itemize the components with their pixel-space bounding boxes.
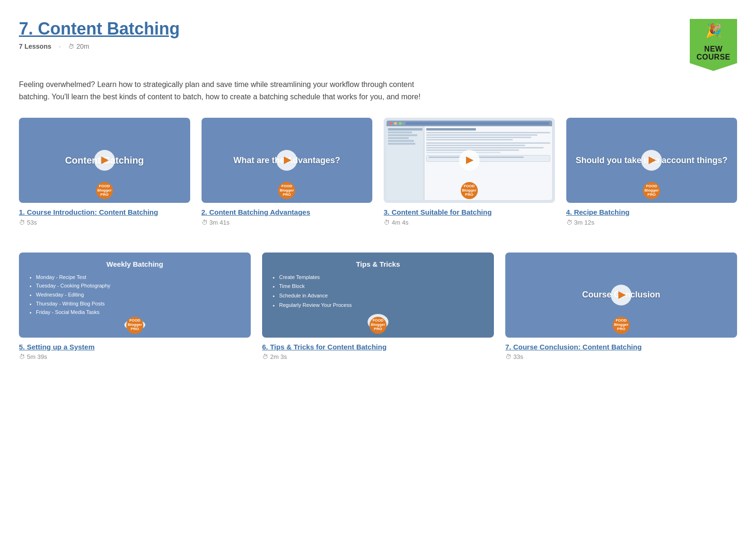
lesson-card-1: Content Batching FOODBloggerPRO 1. Cours… <box>19 118 190 226</box>
clock-icon-3: ⏱ <box>384 219 390 226</box>
lessons-count: 7 Lessons <box>19 43 51 50</box>
play-button-2[interactable] <box>276 150 297 171</box>
list-item: Thursday - Writing Blog Posts <box>36 299 110 308</box>
lesson-duration-7: ⏱ 33s <box>505 353 737 360</box>
play-button-7[interactable] <box>611 285 632 305</box>
lesson-title-7[interactable]: 7. Course Conclusion: Content Batching <box>505 342 737 352</box>
lesson-thumbnail-6[interactable]: Tips & Tricks Create Templates Time Bloc… <box>262 253 494 338</box>
course-duration: ⏱ 20m <box>68 43 89 50</box>
lesson-title-2[interactable]: 2. Content Batching Advantages <box>202 208 373 217</box>
tips-list: Create Templates Time Block Schedule in … <box>272 273 352 310</box>
play-button-1[interactable] <box>94 150 115 171</box>
lesson-card-3: FOODBloggerPRO 3. Content Suitable for B… <box>384 118 555 226</box>
lesson-card-4: Should you take into account things? FOO… <box>566 118 738 226</box>
course-meta: 7 Lessons · ⏱ 20m <box>19 43 180 50</box>
lesson-thumbnail-4[interactable]: Should you take into account things? FOO… <box>566 118 738 203</box>
lesson-thumbnail-3[interactable]: FOODBloggerPRO <box>384 118 555 203</box>
play-button-3[interactable] <box>459 150 480 171</box>
lesson-card-2: What are the Advantages? FOODBloggerPRO … <box>202 118 373 226</box>
lesson-title-3[interactable]: 3. Content Suitable for Batching <box>384 208 555 217</box>
lesson-title-6[interactable]: 6. Tips & Tricks for Content Batching <box>262 342 494 352</box>
lessons-row-1: Content Batching FOODBloggerPRO 1. Cours… <box>19 118 737 226</box>
tips-title: Tips & Tricks <box>272 260 484 268</box>
clock-icon-4: ⏱ <box>566 219 572 226</box>
clock-icon: ⏱ <box>68 43 74 50</box>
lesson-duration-2: ⏱ 3m 41s <box>202 219 373 226</box>
lessons-row-2: Weekly Batching Monday - Recipe Test Tue… <box>19 253 737 361</box>
lesson-thumbnail-5[interactable]: Weekly Batching Monday - Recipe Test Tue… <box>19 253 251 338</box>
list-item: Regularly Review Your Process <box>279 301 352 310</box>
fbp-badge-6: FOODBloggerPRO <box>369 317 387 334</box>
course-title[interactable]: 7. Content Batching <box>19 19 180 39</box>
fbp-badge-7: FOODBloggerPRO <box>613 317 630 334</box>
lesson-duration-1: ⏱ 53s <box>19 219 190 226</box>
page-header: 7. Content Batching 7 Lessons · ⏱ 20m 🎉 … <box>19 19 737 71</box>
course-info: 7. Content Batching 7 Lessons · ⏱ 20m <box>19 19 180 50</box>
lesson-title-1[interactable]: 1. Course Introduction: Content Batching <box>19 208 190 217</box>
fbp-badge-5: FOODBloggerPRO <box>126 317 143 334</box>
clock-icon-5: ⏱ <box>19 353 25 360</box>
fbp-badge-1: FOODBloggerPRO <box>96 182 113 199</box>
list-item: Friday - Social Media Tasks <box>36 308 110 317</box>
lesson-card-7: Course Conclusion FOODBloggerPRO 7. Cour… <box>505 253 737 361</box>
clock-icon-6: ⏱ <box>262 353 268 360</box>
badge-emoji: 🎉 <box>705 23 722 38</box>
fbp-badge-3: FOODBloggerPRO <box>461 182 478 199</box>
lesson-duration-3: ⏱ 4m 4s <box>384 219 555 226</box>
lesson-duration-4: ⏱ 3m 12s <box>566 219 738 226</box>
lesson-thumbnail-2[interactable]: What are the Advantages? FOODBloggerPRO <box>202 118 373 203</box>
clock-icon-1: ⏱ <box>19 219 25 226</box>
lesson-duration-5: ⏱ 5m 39s <box>19 353 251 360</box>
list-item: Tuesday - Cooking Photography <box>36 281 110 290</box>
lesson-duration-6: ⏱ 2m 3s <box>262 353 494 360</box>
weekly-title: Weekly Batching <box>28 260 241 268</box>
lesson-card-5: Weekly Batching Monday - Recipe Test Tue… <box>19 253 251 361</box>
clock-icon-2: ⏱ <box>202 219 208 226</box>
list-item: Wednesday - Editing <box>36 290 110 299</box>
list-item: Create Templates <box>279 273 352 282</box>
play-button-4[interactable] <box>641 150 662 171</box>
list-item: Schedule in Advance <box>279 291 352 301</box>
new-course-badge: 🎉 NEWCOURSE <box>690 19 737 71</box>
course-description: Feeling overwhelmed? Learn how to strate… <box>19 78 445 103</box>
fbp-badge-4: FOODBloggerPRO <box>643 182 660 199</box>
weekly-list: Monday - Recipe Test Tuesday - Cooking P… <box>28 273 110 317</box>
clock-icon-7: ⏱ <box>505 353 511 360</box>
lesson-title-5[interactable]: 5. Setting up a System <box>19 342 251 352</box>
meta-dot: · <box>59 43 61 50</box>
list-item: Monday - Recipe Test <box>36 273 110 282</box>
badge-text: NEWCOURSE <box>696 45 730 61</box>
badge-ribbon: 🎉 NEWCOURSE <box>690 19 737 71</box>
lesson-title-4[interactable]: 4. Recipe Batching <box>566 208 738 217</box>
lesson-card-6: Tips & Tricks Create Templates Time Bloc… <box>262 253 494 361</box>
list-item: Time Block <box>279 282 352 291</box>
lesson-thumbnail-7[interactable]: Course Conclusion FOODBloggerPRO <box>505 253 737 338</box>
fbp-badge-2: FOODBloggerPRO <box>278 182 295 199</box>
lesson-thumbnail-1[interactable]: Content Batching FOODBloggerPRO <box>19 118 190 203</box>
